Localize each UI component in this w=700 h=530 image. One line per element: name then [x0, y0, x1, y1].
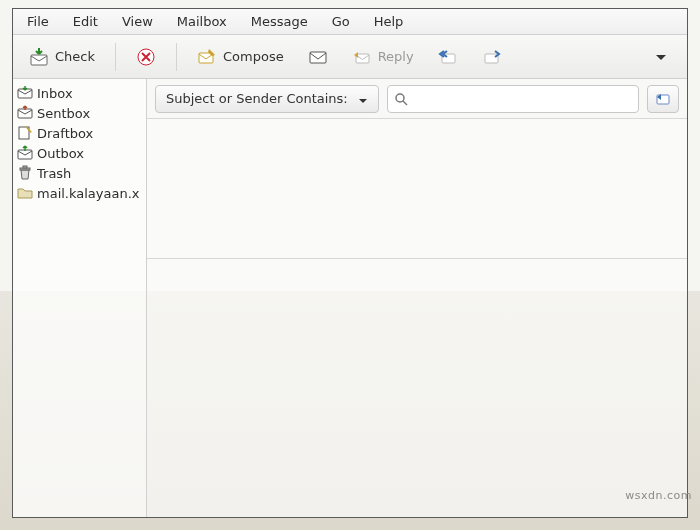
chevron-down-icon [358, 94, 368, 104]
folder-draftbox[interactable]: Draftbox [15, 123, 144, 143]
message-preview-pane [147, 259, 687, 517]
filter-combo-label: Subject or Sender Contains: [166, 91, 348, 106]
folder-account[interactable]: mail.kalayaan.x [15, 183, 144, 203]
reply-all-button[interactable] [428, 43, 468, 71]
sentbox-icon [17, 105, 33, 121]
menu-file[interactable]: File [15, 9, 61, 34]
reply-all-icon [438, 47, 458, 67]
cancel-button[interactable] [126, 43, 166, 71]
folder-inbox[interactable]: Inbox [15, 83, 144, 103]
menu-message-label: Message [251, 14, 308, 29]
outbox-icon [17, 145, 33, 161]
toolbar-menu-button[interactable] [641, 43, 681, 71]
compose-button[interactable]: Compose [187, 43, 294, 71]
menu-mailbox[interactable]: Mailbox [165, 9, 239, 34]
menu-message[interactable]: Message [239, 9, 320, 34]
filter-bar: Subject or Sender Contains: [147, 79, 687, 119]
menu-view-label: View [122, 14, 153, 29]
menu-view[interactable]: View [110, 9, 165, 34]
chevron-down-icon [651, 47, 671, 67]
read-button[interactable] [298, 43, 338, 71]
trash-icon [17, 165, 33, 181]
forward-icon [482, 47, 502, 67]
menu-file-label: File [27, 14, 49, 29]
reply-arrow-icon [654, 90, 672, 108]
inbox-icon [17, 85, 33, 101]
svg-rect-12 [23, 166, 27, 168]
svg-rect-3 [310, 52, 326, 63]
draftbox-icon [17, 125, 33, 141]
folder-sentbox[interactable]: Sentbox [15, 103, 144, 123]
body-split: Inbox Sentbox Draftbox Outbox Trash mail… [13, 79, 687, 517]
menu-bar: File Edit View Mailbox Message Go Help [13, 9, 687, 35]
folder-label: Outbox [37, 146, 84, 161]
folder-label: Sentbox [37, 106, 90, 121]
folder-label: Draftbox [37, 126, 93, 141]
envelope-icon [308, 47, 328, 67]
reply-label: Reply [378, 49, 414, 64]
svg-point-13 [396, 94, 404, 102]
folder-label: mail.kalayaan.x [37, 186, 140, 201]
toolbar-separator [115, 43, 116, 71]
svg-rect-0 [31, 55, 47, 65]
search-icon [394, 92, 408, 106]
folder-label: Inbox [37, 86, 73, 101]
main-pane: Subject or Sender Contains: [147, 79, 687, 517]
search-box[interactable] [387, 85, 639, 113]
message-list-pane[interactable] [147, 119, 687, 259]
menu-edit[interactable]: Edit [61, 9, 110, 34]
menu-mailbox-label: Mailbox [177, 14, 227, 29]
download-mail-icon [29, 47, 49, 67]
forward-button[interactable] [472, 43, 512, 71]
menu-help-label: Help [374, 14, 404, 29]
folder-trash[interactable]: Trash [15, 163, 144, 183]
folder-sidebar: Inbox Sentbox Draftbox Outbox Trash mail… [13, 79, 147, 517]
toolbar-separator [176, 43, 177, 71]
menu-help[interactable]: Help [362, 9, 416, 34]
filter-combo[interactable]: Subject or Sender Contains: [155, 85, 379, 113]
check-button[interactable]: Check [19, 43, 105, 71]
reply-button[interactable]: Reply [342, 43, 424, 71]
folder-outbox[interactable]: Outbox [15, 143, 144, 163]
check-label: Check [55, 49, 95, 64]
compose-icon [197, 47, 217, 67]
watermark-text: wsxdn.com [625, 489, 692, 502]
cancel-icon [136, 47, 156, 67]
toolbar: Check Compose Reply [13, 35, 687, 79]
app-window: File Edit View Mailbox Message Go Help C… [12, 8, 688, 518]
search-input[interactable] [414, 90, 632, 107]
folder-icon [17, 185, 33, 201]
menu-edit-label: Edit [73, 14, 98, 29]
reply-icon [352, 47, 372, 67]
reply-panel-button[interactable] [647, 85, 679, 113]
menu-go-label: Go [332, 14, 350, 29]
compose-label: Compose [223, 49, 284, 64]
folder-label: Trash [37, 166, 71, 181]
menu-go[interactable]: Go [320, 9, 362, 34]
